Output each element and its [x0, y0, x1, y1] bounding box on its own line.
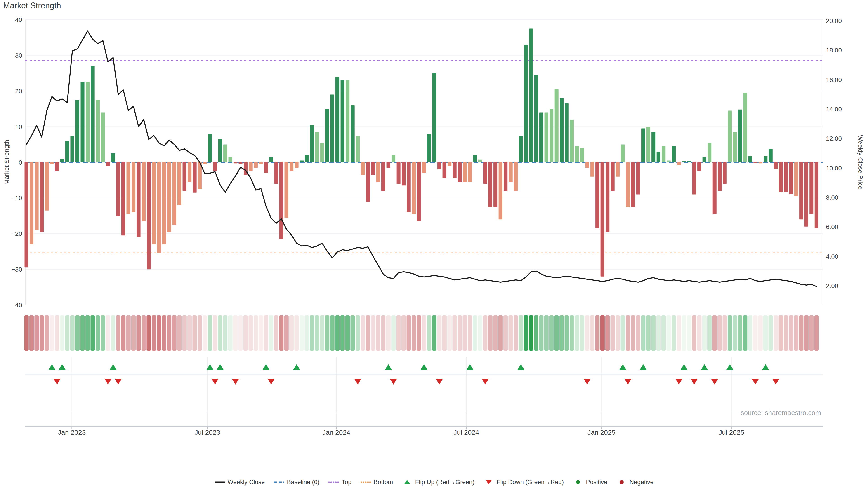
legend-item-flip-down-green-red[interactable]: Flip Down (Green→Red) [484, 479, 564, 486]
legend-item-weekly-close[interactable]: Weekly Close [215, 479, 265, 486]
heatmap-cell [804, 315, 809, 351]
heatmap-cell [508, 315, 513, 351]
heatmap-cell [386, 315, 391, 351]
strength-bar [315, 132, 319, 162]
x-tick-label: Jul 2023 [195, 429, 220, 436]
strength-bar [86, 82, 90, 162]
strength-bar [662, 146, 665, 162]
legend-item-baseline-0[interactable]: Baseline (0) [274, 479, 319, 486]
strength-bar [570, 120, 574, 162]
strength-bar [178, 162, 181, 205]
strength-bar [753, 162, 757, 163]
heatmap-cell [626, 315, 630, 351]
strength-bar [96, 100, 100, 162]
strength-bar [183, 162, 186, 191]
heatmap-cell [422, 315, 426, 351]
strength-bar [473, 155, 477, 162]
source-credit: source: sharemaestro.com [741, 409, 821, 417]
heatmap-cell [80, 315, 85, 351]
heatmap-cell [549, 315, 554, 351]
strength-bar [682, 161, 686, 162]
strength-bar [300, 161, 304, 162]
heatmap-cell [590, 315, 594, 351]
right-tick-label: 10.00 [826, 165, 842, 172]
strength-bars [25, 29, 818, 276]
heatmap-cell [412, 315, 416, 351]
right-tick-label: 4.00 [826, 253, 838, 260]
strength-bar [295, 162, 299, 168]
flip-down-marker [211, 379, 219, 385]
strength-bar [514, 162, 518, 191]
heatmap-cell [44, 315, 49, 351]
strength-bar [274, 162, 278, 184]
legend-item-negative[interactable]: Negative [616, 479, 654, 486]
strength-bar [447, 162, 452, 166]
flip-up-marker [701, 364, 708, 370]
heatmap-cell [779, 315, 783, 351]
legend-item-top[interactable]: Top [329, 479, 351, 486]
strength-bar [789, 162, 793, 194]
heatmap-cell [172, 315, 177, 351]
heatmap-cell [248, 315, 253, 351]
heatmap-cell [458, 315, 462, 351]
strength-bar [483, 162, 487, 184]
strength-bar [657, 152, 660, 162]
strength-bar [320, 143, 324, 162]
strength-bar [81, 82, 85, 162]
strength-bar [392, 155, 395, 162]
x-tick-label: Jul 2025 [719, 429, 744, 436]
strength-bar [626, 162, 630, 207]
flip-up-marker [680, 364, 688, 370]
heatmap-cell [177, 315, 182, 351]
strength-bar [366, 162, 370, 202]
heatmap-cell [799, 315, 804, 351]
strength-bar [218, 139, 222, 162]
heatmap-cell [34, 315, 39, 351]
strength-bar [611, 162, 615, 191]
strength-bar [687, 161, 691, 162]
strength-bar [458, 162, 462, 182]
flip-down-marker [584, 379, 591, 385]
strength-bar [555, 89, 559, 162]
heatmap-cell [182, 315, 187, 351]
solid-line-icon [215, 480, 225, 485]
right-tick-label: 2.00 [826, 283, 838, 289]
flip-up-marker [385, 364, 392, 370]
heatmap-cell [294, 315, 299, 351]
flip-up-marker [110, 364, 117, 370]
strength-bar [595, 162, 599, 228]
strength-bar [172, 162, 176, 225]
x-tick-label: Jul 2024 [454, 429, 479, 436]
heatmap-cell [463, 315, 467, 351]
heatmap-cell [677, 315, 681, 351]
strength-bar [45, 162, 49, 210]
strength-bar [264, 162, 268, 173]
right-tick-label: 18.00 [826, 47, 842, 54]
strength-bar [259, 162, 263, 164]
strength-bar [539, 112, 543, 162]
heatmap-cell [636, 315, 640, 351]
left-tick-label: 10 [15, 123, 22, 130]
strength-bar [728, 111, 732, 162]
flip-down-marker [390, 379, 397, 385]
heatmap-cell [621, 315, 625, 351]
right-tick-label: 16.00 [826, 76, 842, 84]
legend-item-flip-up-red-green[interactable]: Flip Up (Red→Green) [402, 479, 474, 486]
heatmap-cell [753, 315, 758, 351]
strength-bar [815, 162, 818, 228]
strength-bar [560, 98, 563, 162]
chart-legend: Weekly CloseBaseline (0)TopBottomFlip Up… [0, 476, 868, 488]
strength-bar [692, 162, 696, 195]
strength-bar [422, 162, 426, 173]
heatmap-cell [524, 315, 528, 351]
heatmap-cell [488, 315, 493, 351]
strength-bar [703, 157, 706, 162]
legend-item-label: Weekly Close [228, 479, 265, 486]
strength-bar [228, 157, 232, 162]
strength-bar [131, 162, 135, 213]
legend-item-bottom[interactable]: Bottom [361, 479, 393, 486]
legend-item-label: Flip Down (Green→Red) [497, 479, 564, 486]
strength-bar [738, 109, 742, 162]
legend-item-positive[interactable]: Positive [573, 479, 608, 486]
heatmap-cell [774, 315, 778, 351]
